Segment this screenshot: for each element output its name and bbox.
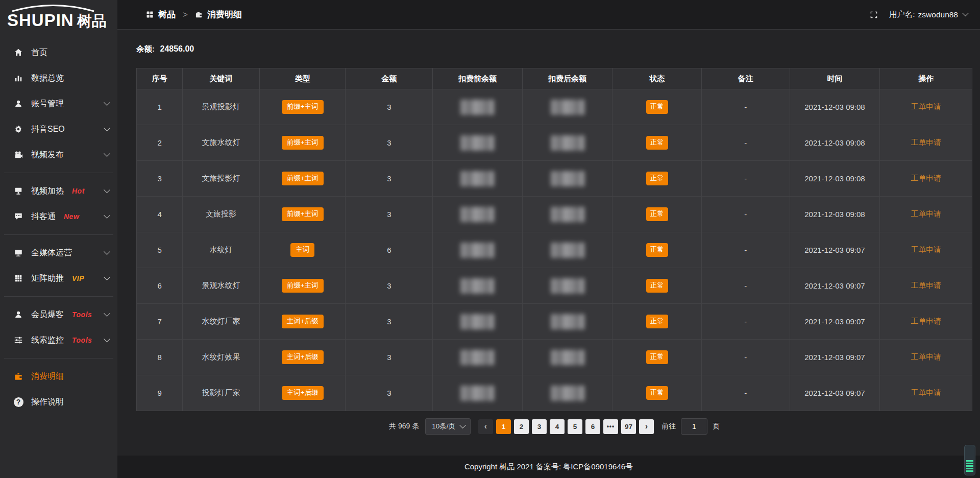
ticket-apply-link[interactable]: 工单申请	[911, 209, 941, 218]
page-button-2[interactable]: 2	[514, 419, 529, 434]
per-page-value: 10条/页	[432, 422, 455, 431]
comment-icon	[13, 211, 23, 222]
cell-type: 前缀+主词	[259, 89, 346, 125]
sidebar-item-label: 操作说明	[31, 397, 64, 408]
table-row: 9投影灯厂家主词+后缀3正常-2021-12-03 09:07工单申请	[137, 375, 972, 411]
cell-action: 工单申请	[880, 161, 972, 197]
cell-time: 2021-12-03 09:08	[790, 125, 880, 161]
question-icon: ?	[13, 397, 23, 407]
cell-balance-before	[433, 89, 523, 125]
table-row: 2文旅水纹灯前缀+主词3正常-2021-12-03 09:08工单申请	[137, 125, 972, 161]
ticket-apply-link[interactable]: 工单申请	[911, 138, 941, 147]
sidebar-item-help[interactable]: ?操作说明	[0, 389, 117, 415]
type-badge: 主词+后缀	[282, 350, 324, 364]
sidebar-divider	[4, 234, 113, 235]
cell-keyword: 水纹灯	[183, 232, 260, 268]
sidebar-item-home[interactable]: 首页	[0, 40, 117, 65]
goto-page: 前往 页	[662, 418, 720, 435]
ticket-apply-link[interactable]: 工单申请	[911, 388, 941, 397]
sidebar-item-video-publish[interactable]: 视频发布	[0, 142, 117, 168]
sidebar-item-label: 抖客通	[31, 211, 56, 222]
table-row: 8水纹灯效果主词+后缀3正常-2021-12-03 09:07工单申请	[137, 340, 972, 375]
cell-balance-before	[433, 375, 523, 411]
status-badge: 正常	[646, 315, 668, 328]
sidebar-item-data-overview[interactable]: 数据总览	[0, 65, 117, 91]
chevron-down-icon	[104, 212, 110, 219]
cell-amount: 3	[346, 161, 433, 197]
page-button-4[interactable]: 4	[550, 419, 565, 434]
ticket-apply-link[interactable]: 工单申请	[911, 245, 941, 254]
chevron-down-icon	[104, 125, 110, 131]
cell-type: 前缀+主词	[259, 197, 346, 232]
type-badge: 主词+后缀	[282, 315, 324, 328]
page-button-1[interactable]: 1	[496, 419, 511, 434]
wallet-icon	[195, 11, 203, 18]
page-button-3[interactable]: 3	[532, 419, 547, 434]
chevron-down-icon	[459, 422, 466, 428]
sidebar-item-douyin-seo[interactable]: 抖音SEO	[0, 116, 117, 142]
breadcrumb-item-home[interactable]: 树品	[158, 9, 176, 20]
cell-amount: 3	[346, 89, 433, 125]
per-page-select[interactable]: 10条/页	[425, 418, 471, 435]
chevron-down-icon	[104, 99, 110, 106]
ticket-apply-link[interactable]: 工单申请	[911, 352, 941, 361]
page-button-97[interactable]: 97	[621, 419, 636, 434]
page-button-6[interactable]: 6	[585, 419, 600, 434]
sidebar-nav: 首页数据总览账号管理抖音SEO视频发布视频加热Hot抖客通New全媒体运营矩阵助…	[0, 40, 117, 415]
next-page-button[interactable]: ›	[639, 419, 654, 434]
chevron-down-icon	[104, 336, 110, 342]
cell-index: 2	[137, 125, 183, 161]
cell-index: 3	[137, 161, 183, 197]
cell-keyword: 水纹灯效果	[183, 340, 260, 375]
fullscreen-icon[interactable]	[870, 11, 878, 19]
sidebar-badge-new: New	[64, 212, 79, 221]
breadcrumb: 树品 > 消费明细	[146, 9, 242, 20]
goto-suffix: 页	[713, 422, 720, 431]
cell-status: 正常	[612, 232, 702, 268]
sidebar-item-consume-detail[interactable]: 消费明细	[0, 364, 117, 389]
sidebar-item-matrix-boost[interactable]: 矩阵助推VIP	[0, 266, 117, 291]
cell-time: 2021-12-03 09:08	[790, 197, 880, 232]
sidebar-item-member-baoke[interactable]: 会员爆客Tools	[0, 302, 117, 327]
cell-action: 工单申请	[880, 375, 972, 411]
sidebar-badge-tools: Tools	[72, 310, 92, 319]
cell-action: 工单申请	[880, 340, 972, 375]
goto-page-input[interactable]	[681, 418, 707, 435]
sidebar-item-label: 消费明细	[31, 371, 64, 382]
ticket-apply-link[interactable]: 工单申请	[911, 317, 941, 325]
page-ellipsis[interactable]: •••	[603, 419, 618, 434]
content-area: 余额: 24856.00 序号关键词类型金额扣费前余额扣费后余额状态备注时间操作…	[117, 30, 980, 456]
chevron-down-icon	[104, 274, 110, 280]
blurred-balance-value	[551, 278, 584, 294]
sidebar-item-label: 视频发布	[31, 150, 64, 160]
chevron-down-icon	[962, 10, 969, 16]
sidebar-item-douketong[interactable]: 抖客通New	[0, 204, 117, 229]
corner-widget[interactable]	[964, 445, 975, 475]
blurred-balance-value	[551, 207, 584, 222]
sidebar-item-account-manage[interactable]: 账号管理	[0, 91, 117, 116]
page-button-5[interactable]: 5	[568, 419, 582, 434]
status-badge: 正常	[646, 279, 668, 293]
blurred-balance-value	[551, 314, 584, 329]
cell-status: 正常	[612, 268, 702, 304]
consumption-table: 序号关键词类型金额扣费前余额扣费后余额状态备注时间操作 1景观投影灯前缀+主词3…	[136, 68, 972, 411]
cell-keyword: 水纹灯厂家	[183, 304, 260, 340]
sidebar-item-media-operation[interactable]: 全媒体运营	[0, 240, 117, 266]
status-badge: 正常	[646, 207, 668, 221]
cell-time: 2021-12-03 09:08	[790, 89, 880, 125]
sidebar-item-clue-monitor[interactable]: 线索监控Tools	[0, 327, 117, 353]
user-menu[interactable]: 用户名: zswodun88	[889, 9, 968, 20]
monitor-icon	[13, 248, 23, 258]
sidebar-item-video-heat[interactable]: 视频加热Hot	[0, 178, 117, 204]
pagination: 共 969 条 10条/页 ‹ 123456•••97 › 前往 页	[136, 418, 972, 435]
cell-type: 主词+后缀	[259, 375, 346, 411]
prev-page-button[interactable]: ‹	[478, 419, 493, 434]
ticket-apply-link[interactable]: 工单申请	[911, 174, 941, 182]
cell-remark: -	[702, 268, 790, 304]
sidebar-divider	[4, 358, 113, 358]
cell-index: 7	[137, 304, 183, 340]
ticket-apply-link[interactable]: 工单申请	[911, 102, 941, 111]
cell-keyword: 投影灯厂家	[183, 375, 260, 411]
cell-time: 2021-12-03 09:07	[790, 375, 880, 411]
ticket-apply-link[interactable]: 工单申请	[911, 281, 941, 290]
